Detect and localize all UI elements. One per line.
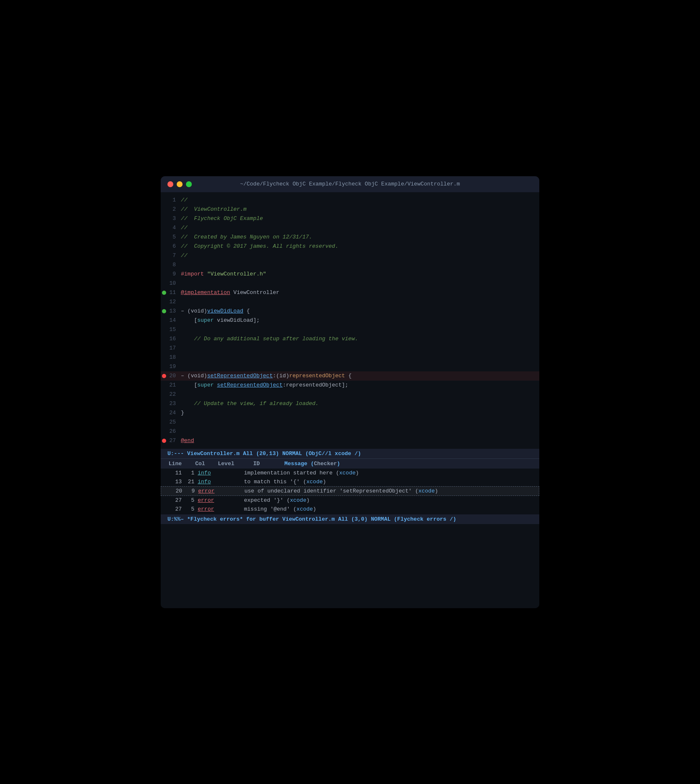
line-content [181, 354, 536, 360]
line-number: 17 [167, 345, 181, 351]
header-message: Message (Checker) [284, 461, 340, 467]
code-line: 10 [161, 279, 539, 288]
line-number: 22 [167, 391, 181, 397]
code-editor[interactable]: 1//2// ViewController.m3// Flycheck ObjC… [161, 192, 539, 449]
line-content: // Flycheck ObjC Example [181, 215, 536, 222]
minimize-button[interactable] [177, 181, 183, 187]
line-content: [super setRepresentedObject:representedO… [181, 382, 536, 388]
line-number: 24 [167, 410, 181, 416]
line-number: 20 [167, 373, 181, 379]
code-line: 25 [161, 418, 539, 427]
line-number: 27 [167, 437, 181, 444]
error-dot [162, 374, 166, 378]
line-content: @end [181, 437, 536, 444]
status-bottom-text: U:%%– *Flycheck errors* for buffer ViewC… [167, 516, 456, 522]
error-row[interactable]: 111infoimplementation started here (xcod… [161, 469, 539, 477]
errors-panel: Line Col Level ID Message (Checker) 111i… [161, 458, 539, 514]
line-number: 7 [167, 252, 181, 259]
status-bar-main: U:--- ViewController.m All (20,13) NORMA… [161, 449, 539, 458]
code-line: 27@end [161, 436, 539, 445]
line-number: 10 [167, 280, 181, 286]
error-message: expected '}' (xcode) [244, 497, 536, 503]
error-level[interactable]: error [198, 506, 223, 512]
error-level[interactable]: error [198, 497, 223, 503]
code-line: 8 [161, 260, 539, 270]
line-number: 25 [167, 419, 181, 425]
code-line: 1// [161, 196, 539, 205]
error-row[interactable]: 209erroruse of undeclared identifier 'se… [161, 486, 539, 496]
code-line: 24} [161, 408, 539, 418]
line-content [181, 280, 536, 286]
code-line: 16 // Do any additional setup after load… [161, 334, 539, 344]
line-content [181, 419, 536, 425]
line-number: 11 [167, 289, 181, 296]
header-line: Line [164, 461, 185, 467]
status-bar-bottom: U:%%– *Flycheck errors* for buffer ViewC… [161, 514, 539, 524]
maximize-button[interactable] [186, 181, 192, 187]
error-col-num: 9 [186, 488, 198, 494]
line-content [181, 391, 536, 397]
code-line: 6// Copyright © 2017 james. All rights r… [161, 242, 539, 251]
close-button[interactable] [167, 181, 173, 187]
error-message: use of undeclared identifier 'setReprese… [244, 488, 536, 494]
error-row[interactable]: 275errormissing '@end' (xcode) [161, 505, 539, 514]
line-number: 18 [167, 354, 181, 360]
code-line: 23 // Update the view, if already loaded… [161, 399, 539, 408]
error-line-num: 20 [164, 488, 186, 494]
line-content: – (void)setRepresentedObject:(id)represe… [181, 373, 536, 379]
error-message: missing '@end' (xcode) [244, 506, 536, 512]
line-content: // Copyright © 2017 james. All rights re… [181, 243, 536, 249]
line-content: // Do any additional setup after loading… [181, 336, 536, 342]
line-content: // Update the view, if already loaded. [181, 400, 536, 407]
error-level[interactable]: info [198, 470, 223, 476]
error-message: to match this '{' (xcode) [244, 479, 536, 485]
line-number: 21 [167, 382, 181, 388]
code-line: 4// [161, 223, 539, 233]
code-line: 5// Created by James Nguyen on 12/31/17. [161, 233, 539, 242]
line-number: 4 [167, 225, 181, 231]
code-line: 7// [161, 251, 539, 260]
line-content: } [181, 410, 536, 416]
line-content [181, 363, 536, 370]
line-content [181, 428, 536, 434]
error-level[interactable]: info [198, 479, 223, 485]
error-row[interactable]: 275errorexpected '}' (xcode) [161, 496, 539, 505]
code-line: 15 [161, 325, 539, 334]
line-number: 26 [167, 428, 181, 434]
code-line: 20– (void)setRepresentedObject:(id)repre… [161, 371, 539, 381]
line-content: // ViewController.m [181, 206, 536, 212]
code-line: 14 [super viewDidLoad]; [161, 316, 539, 325]
code-line: 21 [super setRepresentedObject:represent… [161, 381, 539, 390]
line-content: // [181, 197, 536, 203]
editor-window: ~/Code/Flycheck ObjC Example/Flycheck Ob… [161, 176, 539, 608]
error-line-num: 13 [164, 479, 185, 485]
gutter-indicator [161, 439, 167, 443]
error-dot [162, 439, 166, 443]
code-line: 26 [161, 427, 539, 436]
code-line: 13– (void)viewDidLoad { [161, 307, 539, 316]
code-line: 19 [161, 362, 539, 371]
error-message: implementation started here (xcode) [244, 470, 536, 476]
header-id: ID [253, 461, 274, 467]
line-content: #import "ViewController.h" [181, 271, 536, 277]
error-col-num: 5 [185, 506, 198, 512]
line-number: 15 [167, 326, 181, 333]
header-level: Level [218, 461, 243, 467]
code-line: 22 [161, 390, 539, 399]
line-content: // Created by James Nguyen on 12/31/17. [181, 234, 536, 240]
code-line: 17 [161, 344, 539, 353]
error-col-num: 21 [185, 479, 198, 485]
line-content: [super viewDidLoad]; [181, 317, 536, 323]
error-line-num: 11 [164, 470, 185, 476]
error-col-num: 1 [185, 470, 198, 476]
line-number: 14 [167, 317, 181, 323]
error-level[interactable]: error [198, 488, 223, 494]
line-number: 12 [167, 299, 181, 305]
code-line: 12 [161, 297, 539, 307]
line-number: 6 [167, 243, 181, 249]
error-row[interactable]: 1321infoto match this '{' (xcode) [161, 477, 539, 486]
window-title: ~/Code/Flycheck ObjC Example/Flycheck Ob… [240, 181, 460, 187]
line-number: 2 [167, 206, 181, 212]
errors-rows: 111infoimplementation started here (xcod… [161, 469, 539, 514]
info-dot [162, 291, 166, 295]
